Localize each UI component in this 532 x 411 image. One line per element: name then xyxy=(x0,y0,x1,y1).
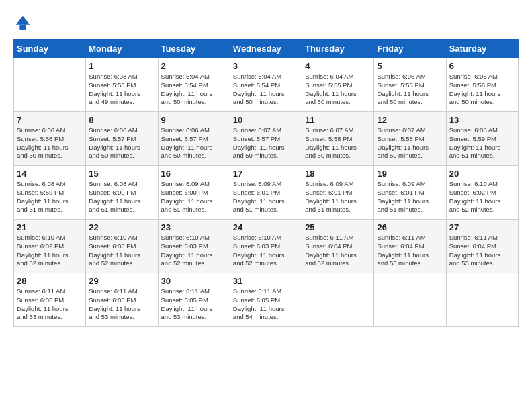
calendar-cell xyxy=(302,273,374,327)
day-number: 30 xyxy=(161,276,227,286)
calendar-cell: 16Sunrise: 6:09 AM Sunset: 6:00 PM Dayli… xyxy=(158,166,230,220)
day-info: Sunrise: 6:04 AM Sunset: 5:54 PM Dayligh… xyxy=(233,73,299,107)
day-number: 16 xyxy=(161,169,227,179)
calendar-cell: 27Sunrise: 6:11 AM Sunset: 6:04 PM Dayli… xyxy=(446,220,518,273)
day-info: Sunrise: 6:06 AM Sunset: 5:56 PM Dayligh… xyxy=(17,126,83,161)
calendar-cell: 28Sunrise: 6:11 AM Sunset: 6:05 PM Dayli… xyxy=(14,273,86,327)
logo-icon xyxy=(13,13,32,32)
column-header-friday: Friday xyxy=(374,40,446,58)
day-info: Sunrise: 6:11 AM Sunset: 6:05 PM Dayligh… xyxy=(161,287,227,322)
day-info: Sunrise: 6:11 AM Sunset: 6:04 PM Dayligh… xyxy=(377,234,443,268)
svg-marker-0 xyxy=(16,16,30,25)
day-info: Sunrise: 6:05 AM Sunset: 5:56 PM Dayligh… xyxy=(449,73,515,107)
calendar-cell: 17Sunrise: 6:09 AM Sunset: 6:01 PM Dayli… xyxy=(230,166,302,220)
day-number: 31 xyxy=(233,276,299,286)
day-number: 10 xyxy=(233,115,299,125)
calendar-cell: 14Sunrise: 6:08 AM Sunset: 5:59 PM Dayli… xyxy=(14,166,86,220)
calendar-cell: 8Sunrise: 6:06 AM Sunset: 5:57 PM Daylig… xyxy=(86,112,158,166)
day-info: Sunrise: 6:11 AM Sunset: 6:05 PM Dayligh… xyxy=(89,287,154,322)
day-number: 20 xyxy=(449,169,515,179)
calendar-cell: 18Sunrise: 6:09 AM Sunset: 6:01 PM Dayli… xyxy=(302,166,374,220)
calendar-week-row: 14Sunrise: 6:08 AM Sunset: 5:59 PM Dayli… xyxy=(14,166,519,220)
day-info: Sunrise: 6:04 AM Sunset: 5:55 PM Dayligh… xyxy=(305,73,371,107)
day-info: Sunrise: 6:07 AM Sunset: 5:58 PM Dayligh… xyxy=(377,126,443,161)
calendar-cell: 9Sunrise: 6:06 AM Sunset: 5:57 PM Daylig… xyxy=(158,112,230,166)
day-info: Sunrise: 6:09 AM Sunset: 6:00 PM Dayligh… xyxy=(161,180,227,214)
day-number: 15 xyxy=(89,169,154,179)
calendar-week-row: 28Sunrise: 6:11 AM Sunset: 6:05 PM Dayli… xyxy=(14,273,519,327)
calendar-cell xyxy=(14,58,86,112)
day-number: 7 xyxy=(17,115,83,125)
day-number: 25 xyxy=(305,222,371,232)
day-info: Sunrise: 6:03 AM Sunset: 5:53 PM Dayligh… xyxy=(89,73,154,107)
day-info: Sunrise: 6:07 AM Sunset: 5:57 PM Dayligh… xyxy=(233,126,299,161)
day-number: 22 xyxy=(89,222,154,232)
calendar-week-row: 7Sunrise: 6:06 AM Sunset: 5:56 PM Daylig… xyxy=(14,112,519,166)
column-header-monday: Monday xyxy=(86,40,158,58)
calendar-cell: 23Sunrise: 6:10 AM Sunset: 6:03 PM Dayli… xyxy=(158,220,230,273)
day-number: 4 xyxy=(305,61,371,71)
calendar-cell: 31Sunrise: 6:11 AM Sunset: 6:05 PM Dayli… xyxy=(230,273,302,327)
calendar-cell: 3Sunrise: 6:04 AM Sunset: 5:54 PM Daylig… xyxy=(230,58,302,112)
calendar-cell: 4Sunrise: 6:04 AM Sunset: 5:55 PM Daylig… xyxy=(302,58,374,112)
day-number: 9 xyxy=(161,115,227,125)
day-number: 29 xyxy=(89,276,154,286)
calendar-cell: 20Sunrise: 6:10 AM Sunset: 6:02 PM Dayli… xyxy=(446,166,518,220)
calendar-cell: 10Sunrise: 6:07 AM Sunset: 5:57 PM Dayli… xyxy=(230,112,302,166)
day-number: 1 xyxy=(89,61,154,71)
day-info: Sunrise: 6:09 AM Sunset: 6:01 PM Dayligh… xyxy=(377,180,443,214)
day-number: 14 xyxy=(17,169,83,179)
day-info: Sunrise: 6:05 AM Sunset: 5:55 PM Dayligh… xyxy=(377,73,443,107)
calendar-cell: 7Sunrise: 6:06 AM Sunset: 5:56 PM Daylig… xyxy=(14,112,86,166)
day-number: 26 xyxy=(377,222,443,232)
day-info: Sunrise: 6:08 AM Sunset: 6:00 PM Dayligh… xyxy=(89,180,154,214)
day-number: 23 xyxy=(161,222,227,232)
calendar-cell: 25Sunrise: 6:11 AM Sunset: 6:04 PM Dayli… xyxy=(302,220,374,273)
calendar-table: SundayMondayTuesdayWednesdayThursdayFrid… xyxy=(13,39,519,327)
day-info: Sunrise: 6:08 AM Sunset: 5:59 PM Dayligh… xyxy=(17,180,83,214)
day-number: 3 xyxy=(233,61,299,71)
calendar-header-row: SundayMondayTuesdayWednesdayThursdayFrid… xyxy=(14,40,519,58)
calendar-cell: 6Sunrise: 6:05 AM Sunset: 5:56 PM Daylig… xyxy=(446,58,518,112)
day-info: Sunrise: 6:10 AM Sunset: 6:02 PM Dayligh… xyxy=(449,180,515,214)
day-info: Sunrise: 6:04 AM Sunset: 5:54 PM Dayligh… xyxy=(161,73,227,107)
logo xyxy=(13,13,35,32)
day-number: 24 xyxy=(233,222,299,232)
calendar-cell: 1Sunrise: 6:03 AM Sunset: 5:53 PM Daylig… xyxy=(86,58,158,112)
day-info: Sunrise: 6:07 AM Sunset: 5:58 PM Dayligh… xyxy=(305,126,371,161)
day-number: 11 xyxy=(305,115,371,125)
day-number: 21 xyxy=(17,222,83,232)
calendar-week-row: 21Sunrise: 6:10 AM Sunset: 6:02 PM Dayli… xyxy=(14,220,519,273)
calendar-cell: 22Sunrise: 6:10 AM Sunset: 6:03 PM Dayli… xyxy=(86,220,158,273)
calendar-cell: 26Sunrise: 6:11 AM Sunset: 6:04 PM Dayli… xyxy=(374,220,446,273)
calendar-cell: 11Sunrise: 6:07 AM Sunset: 5:58 PM Dayli… xyxy=(302,112,374,166)
day-info: Sunrise: 6:08 AM Sunset: 5:59 PM Dayligh… xyxy=(449,126,515,161)
calendar-cell: 12Sunrise: 6:07 AM Sunset: 5:58 PM Dayli… xyxy=(374,112,446,166)
day-info: Sunrise: 6:06 AM Sunset: 5:57 PM Dayligh… xyxy=(89,126,154,161)
column-header-saturday: Saturday xyxy=(446,40,518,58)
column-header-thursday: Thursday xyxy=(302,40,374,58)
page-header xyxy=(13,13,519,32)
day-number: 12 xyxy=(377,115,443,125)
calendar-cell: 15Sunrise: 6:08 AM Sunset: 6:00 PM Dayli… xyxy=(86,166,158,220)
day-info: Sunrise: 6:11 AM Sunset: 6:04 PM Dayligh… xyxy=(305,234,371,268)
day-info: Sunrise: 6:10 AM Sunset: 6:03 PM Dayligh… xyxy=(233,234,299,268)
calendar-cell: 5Sunrise: 6:05 AM Sunset: 5:55 PM Daylig… xyxy=(374,58,446,112)
day-number: 28 xyxy=(17,276,83,286)
calendar-cell xyxy=(446,273,518,327)
day-number: 19 xyxy=(377,169,443,179)
column-header-sunday: Sunday xyxy=(14,40,86,58)
calendar-cell: 29Sunrise: 6:11 AM Sunset: 6:05 PM Dayli… xyxy=(86,273,158,327)
calendar-cell: 21Sunrise: 6:10 AM Sunset: 6:02 PM Dayli… xyxy=(14,220,86,273)
column-header-tuesday: Tuesday xyxy=(158,40,230,58)
day-number: 18 xyxy=(305,169,371,179)
day-info: Sunrise: 6:10 AM Sunset: 6:03 PM Dayligh… xyxy=(89,234,154,268)
day-info: Sunrise: 6:06 AM Sunset: 5:57 PM Dayligh… xyxy=(161,126,227,161)
calendar-cell: 30Sunrise: 6:11 AM Sunset: 6:05 PM Dayli… xyxy=(158,273,230,327)
svg-rect-1 xyxy=(19,25,26,30)
day-info: Sunrise: 6:11 AM Sunset: 6:05 PM Dayligh… xyxy=(17,287,83,322)
day-info: Sunrise: 6:09 AM Sunset: 6:01 PM Dayligh… xyxy=(233,180,299,214)
day-number: 27 xyxy=(449,222,515,232)
day-number: 2 xyxy=(161,61,227,71)
calendar-cell: 19Sunrise: 6:09 AM Sunset: 6:01 PM Dayli… xyxy=(374,166,446,220)
